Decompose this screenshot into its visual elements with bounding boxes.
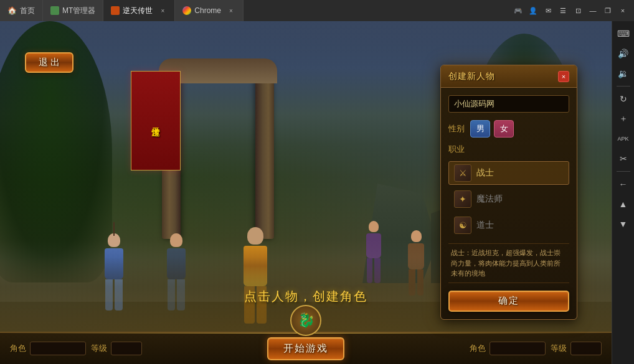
rotate-btn[interactable]: ↻ [615, 90, 632, 108]
dialog-header: 创建新人物 × [441, 65, 577, 88]
warrior-label: 战士 [476, 167, 494, 179]
right-sidebar: ⌨ 🔊 🔉 ↻ ＋ APK ✂ ← ▲ ▼ [612, 21, 634, 364]
volume-up-btn[interactable]: 🔊 [615, 45, 632, 62]
apk-btn[interactable]: APK [615, 130, 632, 147]
gender-female-label: 女 [500, 123, 508, 134]
level-label-left: 等级 [91, 343, 107, 354]
scroll-up-btn[interactable]: ▲ [615, 195, 632, 213]
sidebar-divider-1 [617, 86, 630, 86]
bottom-right: 角色 等级 [344, 342, 602, 355]
tab-game-label: 逆天传世 [123, 6, 153, 16]
tab-game-icon [111, 6, 120, 15]
account-icon[interactable]: 👤 [527, 4, 539, 17]
confirm-button[interactable]: 确定 [448, 291, 569, 312]
create-char-dialog: 创建新人物 × 性别 男 女 职业 [440, 65, 577, 320]
level-slot-right: 等级 [551, 342, 602, 355]
back-btn[interactable]: ← [615, 175, 632, 193]
tab-home[interactable]: 🏠 首页 [0, 0, 43, 21]
tab-home-label: 首页 [20, 6, 35, 16]
gender-male-btn[interactable]: 男 [470, 120, 490, 138]
gender-label: 性别 [448, 123, 470, 134]
char-name-input[interactable] [448, 95, 569, 113]
game-banner: 逆天传世 [131, 71, 181, 170]
tab-game-close[interactable]: × [158, 6, 167, 15]
level-slot-left: 等级 [91, 342, 142, 355]
titlebar: 🏠 首页 MT管理器 逆天传世 × Chrome × 🎮 👤 ✉ ☰ ⊡ — ❐… [0, 0, 634, 21]
gender-buttons: 男 女 [470, 120, 514, 138]
tab-chrome[interactable]: Chrome × [175, 0, 244, 21]
scissors-btn[interactable]: ✂ [615, 150, 632, 167]
minimize-btn[interactable]: — [587, 4, 599, 17]
tab-mt-icon [50, 6, 59, 15]
volume-down-btn[interactable]: 🔉 [615, 65, 632, 82]
class-row-label: 职业 [448, 144, 569, 155]
bottom-bar: 角色 等级 开始游戏 角色 等级 [0, 332, 612, 364]
dialog-body: 性别 男 女 职业 ⚔ 战士 ✦ [441, 88, 577, 319]
dialog-title: 创建新人物 [448, 71, 495, 82]
game-viewport: 逆天传世 [0, 21, 612, 364]
add-btn[interactable]: ＋ [615, 110, 632, 128]
char-slot-left: 角色 [10, 342, 86, 355]
gender-male-label: 男 [476, 123, 485, 134]
class-description: 战士：近战坦克，超强爆发，战士崇尚力量，将肉体能力提高到人类前所未有的境地 [448, 243, 569, 283]
class-mage[interactable]: ✦ 魔法师 [448, 187, 569, 211]
keyboard-btn[interactable]: ⌨ [615, 25, 632, 42]
tab-chrome-label: Chrome [194, 6, 221, 15]
titlebar-tabs: 🏠 首页 MT管理器 逆天传世 × Chrome × [0, 0, 507, 21]
tab-mt-manager[interactable]: MT管理器 [43, 0, 103, 21]
menu-icon[interactable]: ☰ [557, 4, 569, 17]
start-game-button[interactable]: 开始游戏 [267, 337, 344, 360]
warrior-icon: ⚔ [454, 164, 471, 182]
char-input-right[interactable] [490, 342, 546, 355]
level-input-right[interactable] [570, 342, 602, 355]
tab-chrome-close[interactable]: × [227, 6, 235, 15]
titlebar-controls: 🎮 👤 ✉ ☰ ⊡ — ❐ × [507, 4, 634, 17]
tab-game[interactable]: 逆天传世 × [103, 0, 175, 21]
char-input-left[interactable] [30, 342, 86, 355]
mail-icon[interactable]: ✉ [542, 4, 554, 17]
gender-female-btn[interactable]: 女 [494, 120, 514, 138]
class-taoist[interactable]: ☯ 道士 [448, 213, 569, 237]
taoist-label: 道士 [476, 220, 494, 231]
click-prompt: 点击人物，创建角色 [244, 288, 367, 305]
char-label-left: 角色 [10, 343, 26, 354]
close-btn[interactable]: × [617, 4, 629, 17]
gamepad-icon[interactable]: 🎮 [512, 4, 524, 17]
char-4-head [369, 221, 379, 232]
class-warrior[interactable]: ⚔ 战士 [448, 161, 569, 185]
level-input-left[interactable] [111, 342, 142, 355]
level-label-right: 等级 [551, 343, 567, 354]
restore-btn[interactable]: ❐ [602, 4, 614, 17]
tab-mt-label: MT管理器 [62, 6, 95, 16]
class-label: 职业 [448, 144, 470, 155]
mage-label: 魔法师 [476, 194, 503, 205]
dragon-emblem: 🐉 [290, 305, 321, 336]
dialog-close-btn[interactable]: × [558, 71, 569, 82]
scroll-down-btn[interactable]: ▼ [615, 215, 632, 233]
home-icon: 🏠 [7, 6, 17, 15]
exit-button[interactable]: 退 出 [25, 52, 73, 73]
char-1-hair [113, 222, 115, 236]
screen-icon[interactable]: ⊡ [572, 4, 584, 17]
bottom-left: 角色 等级 [10, 342, 267, 355]
gender-row: 性别 男 女 [448, 120, 569, 138]
taoist-icon: ☯ [454, 217, 471, 234]
ruins-pillar-right [255, 65, 274, 239]
tab-chrome-icon [182, 6, 191, 15]
mage-icon: ✦ [454, 190, 471, 208]
class-list: ⚔ 战士 ✦ 魔法师 ☯ 道士 [448, 161, 569, 237]
char-label-right: 角色 [470, 343, 486, 354]
char-slot-right: 角色 [470, 342, 546, 355]
sidebar-divider-2 [617, 171, 630, 172]
